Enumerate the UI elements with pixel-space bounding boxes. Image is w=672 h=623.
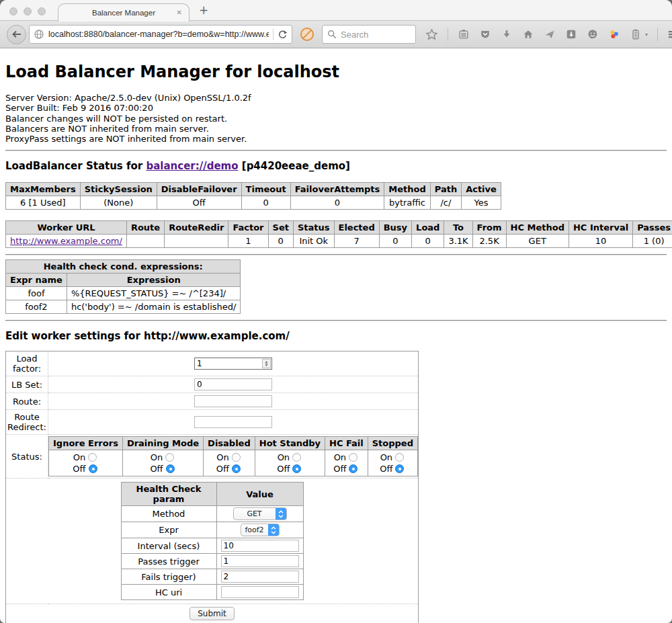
tab-close-icon[interactable]: ✕ (177, 9, 182, 16)
search-icon (327, 30, 337, 39)
ignore-errors-off-radio[interactable] (89, 464, 97, 473)
menu-hamburger-button[interactable] (667, 28, 672, 40)
zoom-window-button[interactable] (38, 7, 46, 15)
send-tab-button[interactable] (544, 28, 556, 40)
cell-from: 2.5K (472, 235, 506, 248)
pocket-button[interactable] (479, 28, 491, 40)
submit-button[interactable]: Submit (190, 607, 235, 620)
off-label: Off (277, 463, 290, 474)
column-header: HC Fail (325, 437, 368, 450)
disabled-off-radio[interactable] (232, 464, 241, 473)
balancer-demo-link[interactable]: balancer://demo (146, 160, 238, 172)
stopped-on-radio[interactable] (395, 453, 404, 462)
hc-interval-input[interactable] (221, 540, 299, 552)
search-bar[interactable]: Search (322, 25, 416, 44)
draining-mode-off-radio[interactable] (166, 464, 175, 473)
lb-set-input[interactable] (194, 378, 272, 390)
forget-smiley-button[interactable] (587, 28, 599, 40)
hc-fail-radios: On Off (325, 450, 368, 476)
hc-method-select[interactable]: GET (233, 507, 287, 520)
url-text[interactable]: localhost:8880/balancer-manager?b=demo&w… (48, 30, 269, 39)
page-content: Load Balancer Manager for localhost Serv… (0, 63, 672, 623)
health-check-param-table: Health Check param Value Method GET (121, 482, 304, 600)
hc-passes-input[interactable] (221, 555, 299, 567)
on-label: On (73, 452, 85, 463)
column-header: Timeout (241, 183, 290, 196)
load-factor-label: Load factor: (6, 351, 48, 376)
ignore-errors-on-radio[interactable] (88, 453, 97, 462)
tab-balancer-manager[interactable]: Balancer Manager ✕ (58, 3, 190, 22)
cell-expr-name: foof2 (6, 300, 67, 314)
server-built-line: Server Built: Feb 9 2016 07:00:20 (5, 103, 667, 113)
cell-path: /c/ (430, 196, 461, 210)
column-header: Expression (67, 274, 241, 287)
bookmarks-sidebar-button[interactable] (458, 28, 470, 40)
column-header: Active (462, 183, 501, 196)
draining-mode-on-radio[interactable] (165, 453, 174, 462)
edit-worker-heading: Edit worker settings for http://www.exam… (5, 330, 667, 342)
content-blocked-icon[interactable] (300, 28, 314, 41)
form-row-route-redirect: Route Redirect: (6, 410, 419, 435)
column-header: Worker URL (6, 221, 127, 235)
cell-maxmembers: 6 [1 Used] (6, 196, 81, 210)
column-header: Factor (228, 221, 268, 235)
back-button[interactable] (7, 25, 26, 44)
hc-passes-label: Passes trigger (121, 554, 216, 569)
close-window-button[interactable] (9, 7, 17, 15)
cell-disablefailover: Off (157, 196, 241, 210)
tab-strip: Balancer Manager ✕ + (0, 0, 672, 21)
column-header: StickySession (80, 183, 157, 196)
load-factor-field-wrap: ▲▼ (194, 358, 272, 370)
off-label: Off (150, 463, 163, 474)
cell-hc-interval: 10 (569, 235, 632, 248)
hot-standby-on-radio[interactable] (292, 453, 301, 462)
worker-url-link[interactable]: http://www.example.com/ (10, 236, 122, 246)
form-row-route: Route: (6, 393, 419, 410)
reload-button[interactable] (278, 30, 288, 40)
number-stepper-icon[interactable]: ▲▼ (262, 359, 271, 368)
cell-passes: 1 (0) (633, 235, 672, 248)
column-header: Hot Standby (255, 437, 325, 450)
on-label: On (216, 452, 228, 463)
hc-fail-on-radio[interactable] (349, 453, 358, 462)
hc-expr-select[interactable]: foof2 (241, 524, 280, 536)
hc-fails-input[interactable] (221, 571, 299, 583)
column-header: Value (216, 483, 303, 506)
load-factor-input[interactable] (194, 358, 272, 370)
divider (5, 320, 667, 321)
hc-method-row: Method GET (121, 506, 303, 522)
page-title: Load Balancer Manager for localhost (5, 63, 667, 81)
column-header: Ignore Errors (49, 437, 123, 450)
download-panel-button[interactable] (565, 28, 577, 40)
route-redirect-input[interactable] (194, 416, 272, 428)
column-header: Expr name (6, 274, 67, 287)
column-header: Busy (379, 221, 411, 235)
downloads-button[interactable] (501, 28, 513, 40)
toolbar-divider (657, 28, 658, 41)
new-tab-button[interactable]: + (199, 3, 208, 17)
cell-route (126, 235, 164, 248)
bookmark-star-button[interactable] (425, 28, 438, 41)
hot-standby-off-radio[interactable] (292, 464, 301, 473)
column-header: Passes (633, 221, 672, 235)
column-header: Elected (334, 221, 379, 235)
on-label: On (151, 452, 163, 463)
home-button[interactable] (522, 28, 534, 40)
route-input[interactable] (194, 395, 272, 407)
hc-fail-off-radio[interactable] (349, 464, 358, 473)
table-row: http://www.example.com/ 1 0 Init Ok 7 0 … (6, 235, 672, 248)
disabled-on-radio[interactable] (232, 453, 241, 462)
extension-dots-button[interactable] (608, 28, 620, 40)
url-bar[interactable]: localhost:8880/balancer-manager?b=demo&w… (29, 25, 292, 44)
status-radio-row: On Off On Off On Off (49, 450, 418, 476)
hc-uri-label: HC uri (121, 585, 216, 600)
column-header: RouteRedir (165, 221, 228, 235)
clipboard-extension-button[interactable] (630, 28, 642, 40)
server-info: Server Version: Apache/2.5.0-dev (Unix) … (5, 93, 667, 144)
stopped-off-radio[interactable] (395, 464, 404, 473)
hc-fails-row: Fails trigger) (121, 569, 303, 585)
window-controls (9, 7, 46, 15)
minimize-window-button[interactable] (24, 7, 32, 15)
hc-uri-input[interactable] (221, 586, 299, 598)
chevron-down-icon[interactable]: ▾ (645, 32, 648, 38)
